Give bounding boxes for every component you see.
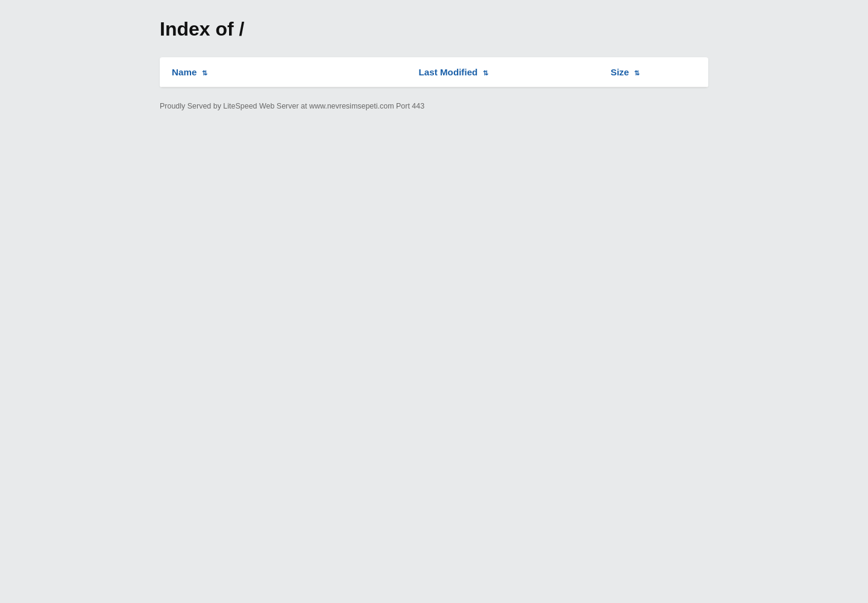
footer-text: Proudly Served by LiteSpeed Web Server a…	[160, 102, 708, 110]
column-last-modified-label: Last Modified	[419, 67, 478, 77]
size-sort-icon: ⇅	[634, 69, 640, 77]
column-header-last-modified[interactable]: Last Modified ⇅	[407, 57, 599, 87]
column-header-size[interactable]: Size ⇅	[599, 57, 708, 87]
column-size-label: Size	[611, 67, 629, 77]
file-table: Name ⇅ Last Modified ⇅ Size ⇅	[160, 57, 708, 87]
column-name-label: Name	[172, 67, 197, 77]
page-container: Index of / Name ⇅ Last Modified ⇅ Size ⇅…	[160, 0, 708, 134]
table-header-row: Name ⇅ Last Modified ⇅ Size ⇅	[160, 57, 708, 87]
name-sort-icon: ⇅	[202, 69, 207, 77]
last-modified-sort-icon: ⇅	[483, 69, 488, 77]
page-title: Index of /	[160, 18, 708, 40]
column-header-name[interactable]: Name ⇅	[160, 57, 407, 87]
